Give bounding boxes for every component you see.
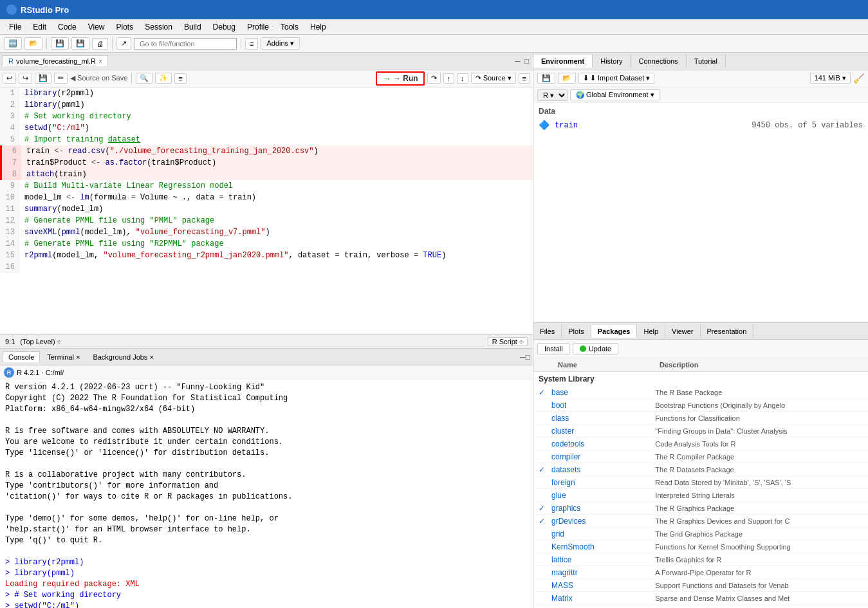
console-line: Type 'q()' to quit R. — [5, 535, 528, 546]
pkg-checkbox[interactable]: ✓ — [539, 517, 551, 526]
editor-tab-ml[interactable]: R volume_forecasting_ml.R × — [3, 55, 108, 66]
menu-code[interactable]: Code — [53, 21, 82, 33]
global-env-button[interactable]: 🌍 Global Environment ▾ — [570, 89, 660, 100]
pkg-name-link[interactable]: lattice — [551, 555, 655, 564]
search-button[interactable]: 🔍 — [136, 73, 152, 84]
tab-help[interactable]: Help — [637, 325, 665, 338]
menu-plots[interactable]: Plots — [111, 21, 139, 33]
down-arrow[interactable]: ↓ — [457, 73, 468, 84]
code-line-13: 13 saveXML(pmml(model_lm), "volume_forec… — [0, 226, 533, 238]
tab-packages[interactable]: Packages — [591, 325, 638, 338]
console-maximize[interactable]: □ — [526, 353, 530, 362]
save-button[interactable]: 💾 — [51, 37, 69, 50]
tab-console[interactable]: Console — [3, 351, 40, 362]
menu-help[interactable]: Help — [305, 21, 331, 33]
tab-presentation[interactable]: Presentation — [701, 325, 754, 338]
memory-badge[interactable]: 141 MiB ▾ — [810, 73, 851, 84]
goto-input[interactable] — [134, 38, 237, 50]
save-all-button[interactable]: 💾 — [71, 37, 89, 50]
terminal-close[interactable]: × — [76, 353, 80, 361]
run-button[interactable]: → → Run — [376, 71, 425, 86]
package-row: MASS Support Functions and Datasets for … — [533, 579, 868, 592]
main-layout: R volume_forecasting_ml.R × ─ □ ↩ ↪ 💾 ✏ … — [0, 53, 868, 608]
tab-tutorial[interactable]: Tutorial — [687, 55, 726, 68]
console-line: Loading required package: XML — [5, 579, 528, 590]
tab-files[interactable]: Files — [533, 325, 562, 338]
pkg-name-link[interactable]: KernSmooth — [551, 542, 655, 551]
pkg-name-link[interactable]: compiler — [551, 452, 655, 461]
magic-wand[interactable]: ✨ — [155, 73, 172, 84]
console-minimize[interactable]: ─ — [520, 353, 526, 362]
editor-tabs: R volume_forecasting_ml.R × ─ □ — [0, 53, 533, 69]
addins-button[interactable]: Addins ▾ — [261, 37, 300, 50]
menu-view[interactable]: View — [83, 21, 110, 33]
clear-env-button[interactable]: 🧹 — [853, 73, 864, 84]
top-level[interactable]: (Top Level) ÷ — [20, 338, 61, 345]
tab-connections[interactable]: Connections — [631, 55, 686, 68]
pkg-checkbox[interactable]: ✓ — [539, 504, 551, 513]
tab-history[interactable]: History — [593, 55, 631, 68]
open-button[interactable]: 📂 — [24, 37, 42, 50]
pkg-name-link[interactable]: glue — [551, 491, 655, 500]
format-button[interactable]: ≡ — [245, 38, 258, 50]
pkg-name-link[interactable]: grid — [551, 530, 655, 539]
tab-viewer[interactable]: Viewer — [665, 325, 700, 338]
menu-session[interactable]: Session — [140, 21, 178, 33]
source-button[interactable]: ↷ Source ▾ — [471, 73, 516, 84]
menu-file[interactable]: File — [4, 21, 26, 33]
tab-environment[interactable]: Environment — [533, 55, 593, 68]
package-row: ✓ datasets The R Datasets Package — [533, 463, 868, 476]
tab-plots[interactable]: Plots — [562, 325, 591, 338]
back-button[interactable]: ↗ — [116, 37, 131, 50]
pkg-name-link[interactable]: magrittr — [551, 568, 655, 577]
outline-button[interactable]: ≡ — [174, 73, 186, 84]
console-output[interactable]: R version 4.2.1 (2022-06-23 ucrt) -- "Fu… — [0, 380, 533, 608]
pkg-name-link[interactable]: MASS — [551, 581, 655, 590]
editor-tab-close[interactable]: × — [98, 58, 102, 65]
redo-button[interactable]: ↪ — [19, 73, 32, 84]
save-env-button[interactable]: 💾 — [537, 73, 555, 84]
editor-minimize[interactable]: ─ — [513, 57, 522, 66]
pkg-name-link[interactable]: cluster — [551, 427, 655, 436]
code-editor[interactable]: 1 library(r2pmml) 2 library(pmml) 3 # Se… — [0, 88, 533, 334]
menu-profile[interactable]: Profile — [242, 21, 274, 33]
menu-edit[interactable]: Edit — [28, 21, 51, 33]
update-button[interactable]: Update — [573, 343, 618, 355]
pkg-name-link[interactable]: graphics — [551, 504, 655, 513]
console-line — [5, 502, 528, 513]
save-source-button[interactable]: 💾 — [35, 73, 51, 84]
pkg-checkbox[interactable]: ✓ — [539, 465, 551, 474]
pkg-name-link[interactable]: grDevices — [551, 517, 655, 526]
menu-button[interactable]: ≡ — [519, 73, 530, 84]
install-button[interactable]: Install — [537, 343, 570, 355]
pkg-description: The R Compiler Package — [655, 453, 863, 461]
run-previous[interactable]: ↷ — [427, 73, 441, 84]
pkg-name-link[interactable]: class — [551, 414, 655, 423]
tab-background-jobs[interactable]: Background Jobs × — [87, 351, 159, 362]
print-button[interactable]: 🖨 — [92, 38, 108, 50]
menu-debug[interactable]: Debug — [208, 21, 241, 33]
pkg-checkbox[interactable]: ✓ — [539, 388, 551, 397]
new-file-button[interactable]: 🆕 — [4, 37, 22, 50]
pkg-name-link[interactable]: datasets — [551, 465, 655, 474]
load-env-button[interactable]: 📂 — [558, 73, 576, 84]
r-version-selector[interactable]: R ▾ — [537, 89, 568, 101]
tab-terminal[interactable]: Terminal × — [41, 351, 86, 362]
env-data-row-train[interactable]: 🔷 train 9450 obs. of 5 variables — [539, 118, 863, 132]
editor-maximize[interactable]: □ — [523, 57, 530, 66]
pkg-name-link[interactable]: base — [551, 388, 655, 397]
pkg-name-link[interactable]: foreign — [551, 478, 655, 487]
edit-button[interactable]: ✏ — [54, 73, 68, 84]
menu-tools[interactable]: Tools — [275, 21, 304, 33]
pkg-name-link[interactable]: Matrix — [551, 594, 655, 603]
pkg-name-link[interactable]: boot — [551, 401, 655, 410]
import-dataset-button[interactable]: ⬇ ⬇ Import Dataset ▾ — [578, 73, 654, 84]
up-arrow[interactable]: ↑ — [443, 73, 455, 84]
script-type-badge[interactable]: R Script ÷ — [488, 337, 528, 346]
menu-build[interactable]: Build — [179, 21, 207, 33]
bg-jobs-close[interactable]: × — [149, 353, 153, 361]
undo-button[interactable]: ↩ — [3, 73, 16, 84]
code-line-11: 11 summary(model_lm) — [0, 203, 533, 215]
console-path-bar: R R 4.2.1 · C:/ml/ — [0, 365, 533, 380]
pkg-name-link[interactable]: codetools — [551, 439, 655, 448]
